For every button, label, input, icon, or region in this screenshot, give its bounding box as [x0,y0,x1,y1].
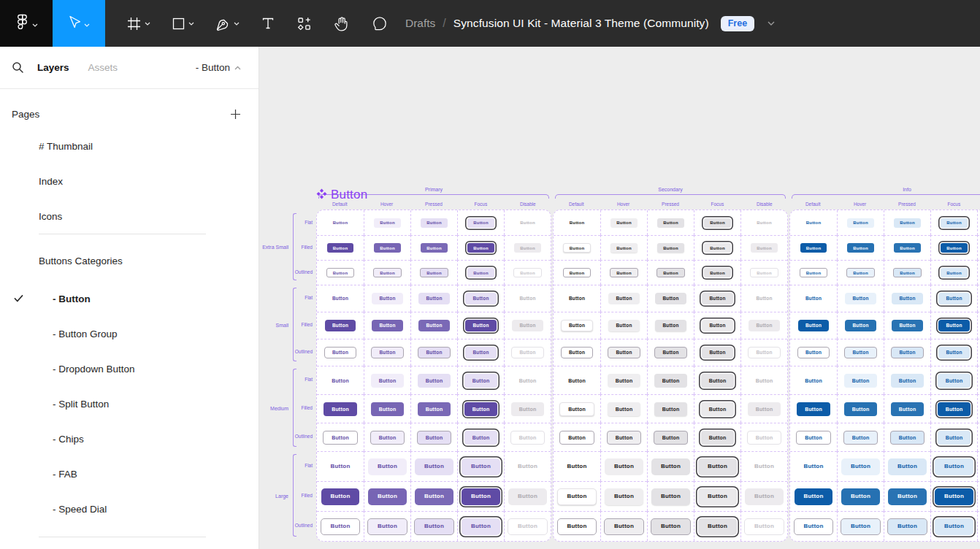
button-secondary-flat-pressed-medium[interactable]: Button [654,374,688,388]
button-primary-outlined-focus-small[interactable]: Button [465,347,496,358]
button-info-outlined-focus-medium[interactable]: Button [938,431,971,445]
button-secondary-flat-focus-medium[interactable]: Button [701,374,735,388]
button-primary-filled-default-medium[interactable]: Button [324,402,357,416]
button-secondary-flat-disable-small[interactable]: Button [749,293,779,304]
document-title[interactable]: Syncfusion UI Kit - Material 3 Theme (Co… [453,17,709,30]
button-info-filled-focus-medium[interactable]: Button [938,402,971,416]
button-primary-outlined-focus-medium[interactable]: Button [464,431,498,445]
button-info-outlined-focus-small[interactable]: Button [938,347,969,358]
button-info-filled-hover-small[interactable]: Button [845,320,876,331]
button-info-flat-hover-small[interactable]: Button [845,293,876,304]
button-info-outlined-hover-small[interactable]: Button [844,347,876,358]
button-secondary-filled-hover-small[interactable]: Button [608,320,639,331]
button-info-outlined-default-extra-small[interactable]: Button [800,268,828,277]
button-primary-outlined-focus-extra-small[interactable]: Button [467,268,494,277]
button-primary-outlined-default-medium[interactable]: Button [323,431,358,445]
button-secondary-outlined-hover-small[interactable]: Button [608,347,640,358]
button-secondary-outlined-pressed-large[interactable]: Button [651,518,691,535]
button-primary-outlined-focus-large[interactable]: Button [462,518,500,535]
add-page-button[interactable] [230,109,241,120]
button-info-flat-pressed-medium[interactable]: Button [891,374,925,388]
button-secondary-flat-pressed-large[interactable]: Button [651,458,690,475]
button-info-flat-pressed-large[interactable]: Button [888,458,927,475]
shape-tool-button[interactable] [172,17,194,31]
button-secondary-flat-focus-large[interactable]: Button [698,458,737,475]
button-primary-flat-pressed-medium[interactable]: Button [418,374,451,388]
button-secondary-outlined-focus-large[interactable]: Button [698,518,737,535]
button-primary-outlined-default-extra-small[interactable]: Button [326,268,355,277]
button-primary-filled-focus-small[interactable]: Button [465,320,496,331]
button-primary-filled-default-small[interactable]: Button [325,320,356,331]
pen-tool-button[interactable] [215,16,240,31]
button-primary-outlined-disable-extra-small[interactable]: Button [513,268,542,277]
sidebar-category-item[interactable]: - FAB [0,456,259,491]
button-primary-outlined-pressed-large[interactable]: Button [414,518,454,535]
sidebar-page-item[interactable]: Index [0,164,259,199]
button-primary-filled-hover-small[interactable]: Button [372,320,402,331]
button-secondary-flat-disable-medium[interactable]: Button [748,374,781,388]
button-secondary-filled-default-extra-small[interactable]: Button [563,243,592,253]
figma-menu-button[interactable] [0,0,53,47]
button-info-outlined-focus-extra-small[interactable]: Button [941,268,968,277]
button-primary-filled-hover-large[interactable]: Button [368,488,407,505]
title-chevron-down-icon[interactable] [767,21,775,26]
button-secondary-outlined-pressed-small[interactable]: Button [654,347,686,358]
button-info-outlined-focus-large[interactable]: Button [935,518,973,535]
button-info-filled-hover-large[interactable]: Button [841,488,880,505]
button-primary-filled-focus-large[interactable]: Button [462,488,500,505]
sidebar-category-item[interactable]: - Button [0,281,259,316]
tab-layers[interactable]: Layers [37,62,69,73]
button-primary-filled-disable-medium[interactable]: Button [511,402,545,416]
button-secondary-outlined-hover-medium[interactable]: Button [607,431,642,445]
button-secondary-outlined-default-small[interactable]: Button [561,347,593,358]
button-secondary-flat-default-small[interactable]: Button [562,293,592,304]
button-primary-filled-default-extra-small[interactable]: Button [327,243,354,253]
button-info-filled-default-small[interactable]: Button [798,320,829,331]
button-primary-flat-disable-extra-small[interactable]: Button [514,218,541,228]
button-secondary-outlined-focus-extra-small[interactable]: Button [704,268,731,277]
button-primary-outlined-pressed-small[interactable]: Button [418,347,450,358]
button-secondary-filled-default-large[interactable]: Button [557,488,597,505]
button-primary-flat-default-small[interactable]: Button [325,293,356,304]
button-info-flat-focus-extra-small[interactable]: Button [941,218,968,228]
button-secondary-filled-pressed-medium[interactable]: Button [654,402,688,416]
button-secondary-flat-hover-extra-small[interactable]: Button [610,218,638,228]
button-primary-filled-pressed-large[interactable]: Button [415,488,453,505]
button-info-flat-focus-medium[interactable]: Button [938,374,971,388]
button-info-filled-pressed-small[interactable]: Button [892,320,922,331]
button-info-flat-default-large[interactable]: Button [795,458,833,475]
button-info-flat-default-medium[interactable]: Button [797,374,830,388]
button-secondary-outlined-default-extra-small[interactable]: Button [563,268,592,277]
button-secondary-filled-focus-extra-small[interactable]: Button [704,243,731,253]
button-info-outlined-hover-extra-small[interactable]: Button [846,268,875,277]
tab-assets[interactable]: Assets [88,62,118,73]
search-icon[interactable] [12,61,24,74]
button-info-filled-default-extra-small[interactable]: Button [800,243,827,253]
button-primary-filled-default-large[interactable]: Button [321,488,360,505]
button-secondary-flat-disable-large[interactable]: Button [745,458,784,475]
button-info-outlined-pressed-medium[interactable]: Button [890,431,925,445]
button-primary-outlined-pressed-medium[interactable]: Button [417,431,452,445]
button-info-outlined-pressed-small[interactable]: Button [891,347,923,358]
button-secondary-flat-hover-large[interactable]: Button [605,458,643,475]
button-primary-flat-focus-small[interactable]: Button [465,293,496,304]
button-info-filled-pressed-large[interactable]: Button [888,488,927,505]
button-primary-flat-pressed-small[interactable]: Button [418,293,449,304]
sidebar-category-item[interactable]: - Split Button [0,386,259,421]
button-secondary-outlined-default-large[interactable]: Button [557,518,597,535]
button-secondary-outlined-hover-large[interactable]: Button [604,518,644,535]
button-primary-flat-hover-extra-small[interactable]: Button [374,218,401,228]
button-primary-outlined-pressed-extra-small[interactable]: Button [420,268,448,277]
button-primary-flat-hover-large[interactable]: Button [368,458,407,475]
button-secondary-filled-disable-extra-small[interactable]: Button [751,243,778,253]
button-info-flat-hover-medium[interactable]: Button [844,374,878,388]
button-secondary-outlined-pressed-medium[interactable]: Button [654,431,689,445]
button-primary-outlined-default-small[interactable]: Button [324,347,356,358]
comment-tool-button[interactable] [371,15,388,32]
component-tool-button[interactable] [296,16,312,31]
button-primary-filled-focus-extra-small[interactable]: Button [467,243,494,253]
button-primary-filled-hover-medium[interactable]: Button [371,402,405,416]
sidebar-page-item[interactable]: Icons [0,199,259,234]
button-primary-filled-pressed-small[interactable]: Button [418,320,449,331]
button-primary-outlined-disable-medium[interactable]: Button [510,431,545,445]
